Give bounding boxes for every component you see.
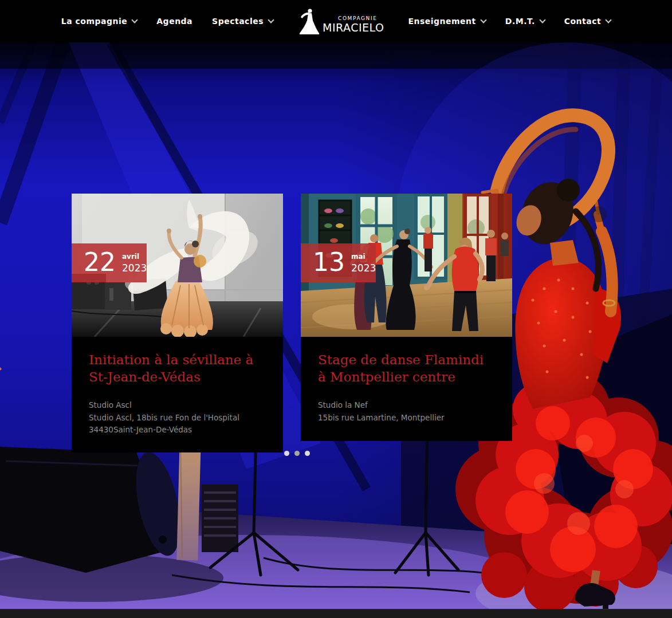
nav-item-enseignement[interactable]: Enseignement: [408, 17, 485, 26]
slider-pagination: [284, 451, 310, 456]
event-card[interactable]: 13 mai 2023 Stage de danse Flamindi à Mo…: [301, 194, 512, 441]
footer-bar: [0, 609, 672, 618]
events-slider: 22 avril 2023 Initiation à la sévillane …: [72, 194, 512, 452]
event-title[interactable]: Initiation à la sévillane à St-Jean-de-V…: [89, 351, 266, 386]
main-navigation: La compagnie Agenda Spectacles COMPAGNIE…: [0, 0, 672, 42]
slider-dot-1[interactable]: [284, 451, 289, 456]
event-image[interactable]: 22 avril 2023: [72, 194, 283, 337]
logo-line-miracielo: MIRACIELO: [323, 22, 384, 33]
event-year: 2023: [122, 262, 147, 274]
nav-item-label: Enseignement: [408, 17, 475, 26]
chevron-down-icon: [539, 17, 545, 23]
chevron-down-icon: [606, 17, 612, 23]
nav-item-spectacles[interactable]: Spectacles: [212, 17, 273, 26]
nav-item-contact[interactable]: Contact: [564, 17, 611, 26]
nav-item-dmt[interactable]: D.M.T.: [505, 17, 545, 26]
event-venue: Studio la Nef: [318, 399, 495, 411]
event-image[interactable]: 13 mai 2023: [301, 194, 512, 337]
chevron-down-icon: [268, 17, 274, 23]
nav-item-label: Spectacles: [212, 17, 264, 26]
logo-line-compagnie: COMPAGNIE: [338, 16, 384, 21]
nav-item-agenda[interactable]: Agenda: [156, 17, 192, 26]
chevron-down-icon: [132, 17, 138, 23]
event-date-badge: 22 avril 2023: [72, 243, 147, 282]
slider-dot-3[interactable]: [305, 451, 310, 456]
nav-item-label: D.M.T.: [505, 17, 535, 26]
nav-item-label: Contact: [564, 17, 602, 26]
hero-section: 22 avril 2023 Initiation à la sévillane …: [0, 42, 672, 609]
event-address: 15bis rue Lamartine, Montpellier: [318, 412, 495, 424]
event-address: Studio Ascl, 18bis rue Fon de l'Hospital…: [89, 412, 266, 436]
site-logo[interactable]: COMPAGNIE MIRACIELO: [297, 8, 384, 34]
event-day: 22: [84, 250, 116, 275]
nav-item-label: La compagnie: [61, 17, 128, 26]
event-year: 2023: [351, 262, 376, 274]
event-title[interactable]: Stage de danse Flamindi à Montpellier ce…: [318, 351, 495, 386]
event-card[interactable]: 22 avril 2023 Initiation à la sévillane …: [72, 194, 283, 452]
event-month: avril: [122, 253, 147, 261]
event-venue: Studio Ascl: [89, 399, 266, 411]
chevron-down-icon: [480, 17, 486, 23]
event-day: 13: [313, 250, 345, 275]
flamenco-dancer-logo-icon: [297, 8, 321, 34]
nav-item-label: Agenda: [156, 17, 192, 26]
event-month: mai: [351, 253, 376, 261]
slider-dot-2[interactable]: [294, 451, 300, 456]
event-date-badge: 13 mai 2023: [301, 243, 376, 282]
nav-item-la-compagnie[interactable]: La compagnie: [61, 17, 137, 26]
